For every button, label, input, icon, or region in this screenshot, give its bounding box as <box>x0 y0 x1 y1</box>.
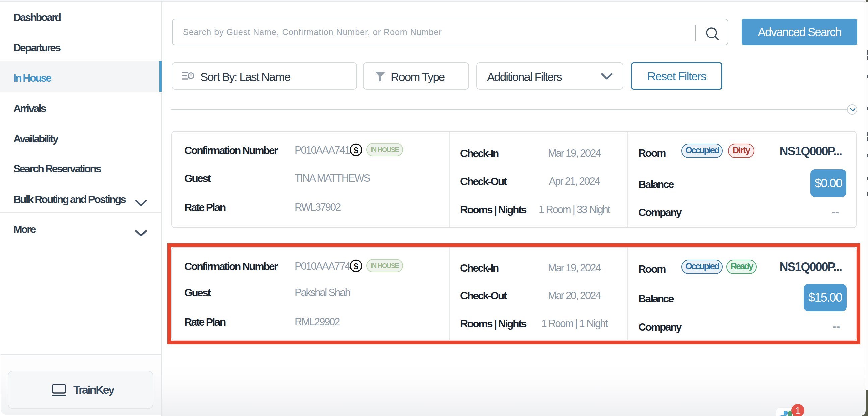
svg-text:$: $ <box>353 146 358 155</box>
